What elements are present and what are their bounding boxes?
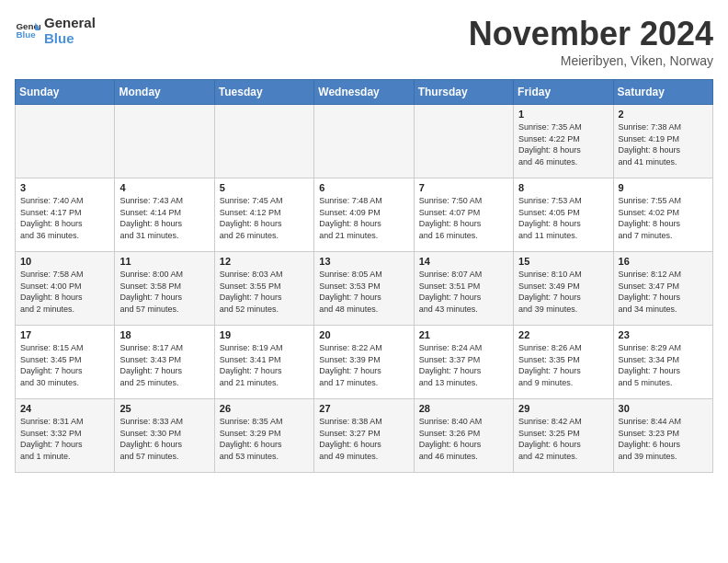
calendar-cell: 21Sunrise: 8:24 AMSunset: 3:37 PMDayligh… bbox=[414, 326, 513, 399]
day-info: Sunrise: 8:17 AMSunset: 3:43 PMDaylight:… bbox=[119, 342, 209, 388]
day-number: 14 bbox=[419, 256, 508, 267]
day-info: Sunrise: 8:22 AMSunset: 3:39 PMDaylight:… bbox=[319, 342, 408, 388]
day-info: Sunrise: 7:48 AMSunset: 4:09 PMDaylight:… bbox=[319, 195, 408, 241]
day-number: 25 bbox=[119, 403, 209, 414]
day-number: 9 bbox=[619, 182, 708, 193]
calendar-cell: 9Sunrise: 7:55 AMSunset: 4:02 PMDaylight… bbox=[613, 178, 712, 252]
day-info: Sunrise: 8:38 AMSunset: 3:27 PMDaylight:… bbox=[319, 416, 408, 462]
calendar-week-row: 17Sunrise: 8:15 AMSunset: 3:45 PMDayligh… bbox=[16, 326, 713, 399]
calendar-cell: 19Sunrise: 8:19 AMSunset: 3:41 PMDayligh… bbox=[214, 326, 313, 399]
calendar-cell: 29Sunrise: 8:42 AMSunset: 3:25 PMDayligh… bbox=[514, 399, 613, 473]
day-info: Sunrise: 8:31 AMSunset: 3:32 PMDaylight:… bbox=[20, 416, 109, 462]
day-info: Sunrise: 7:35 AMSunset: 4:22 PMDaylight:… bbox=[518, 121, 608, 167]
calendar-cell bbox=[414, 105, 513, 178]
weekday-saturday: Saturday bbox=[613, 80, 712, 105]
logo-line2: Blue bbox=[44, 30, 96, 46]
day-info: Sunrise: 8:12 AMSunset: 3:47 PMDaylight:… bbox=[619, 269, 708, 315]
day-number: 17 bbox=[20, 329, 109, 340]
day-number: 4 bbox=[119, 182, 209, 193]
weekday-wednesday: Wednesday bbox=[314, 80, 414, 105]
day-number: 27 bbox=[319, 403, 408, 414]
day-number: 18 bbox=[119, 329, 209, 340]
calendar-cell bbox=[314, 105, 414, 178]
logo: General Blue General Blue bbox=[15, 15, 96, 46]
day-number: 7 bbox=[419, 182, 508, 193]
day-info: Sunrise: 8:40 AMSunset: 3:26 PMDaylight:… bbox=[419, 416, 508, 462]
day-info: Sunrise: 8:00 AMSunset: 3:58 PMDaylight:… bbox=[119, 269, 209, 315]
calendar-week-row: 3Sunrise: 7:40 AMSunset: 4:17 PMDaylight… bbox=[16, 178, 713, 252]
day-info: Sunrise: 8:03 AMSunset: 3:55 PMDaylight:… bbox=[220, 269, 309, 315]
calendar-cell bbox=[115, 105, 214, 178]
day-info: Sunrise: 8:19 AMSunset: 3:41 PMDaylight:… bbox=[220, 342, 309, 388]
calendar-cell: 20Sunrise: 8:22 AMSunset: 3:39 PMDayligh… bbox=[314, 326, 414, 399]
day-info: Sunrise: 8:44 AMSunset: 3:23 PMDaylight:… bbox=[619, 416, 708, 462]
day-number: 2 bbox=[619, 109, 708, 120]
calendar-cell: 3Sunrise: 7:40 AMSunset: 4:17 PMDaylight… bbox=[16, 178, 115, 252]
day-number: 8 bbox=[518, 182, 608, 193]
logo-icon: General Blue bbox=[15, 17, 40, 43]
calendar-cell: 28Sunrise: 8:40 AMSunset: 3:26 PMDayligh… bbox=[414, 399, 513, 473]
day-number: 24 bbox=[20, 403, 109, 414]
calendar-week-row: 24Sunrise: 8:31 AMSunset: 3:32 PMDayligh… bbox=[16, 399, 713, 473]
day-info: Sunrise: 8:33 AMSunset: 3:30 PMDaylight:… bbox=[119, 416, 209, 462]
calendar-cell: 2Sunrise: 7:38 AMSunset: 4:19 PMDaylight… bbox=[613, 105, 712, 178]
day-number: 10 bbox=[20, 256, 109, 267]
day-info: Sunrise: 8:10 AMSunset: 3:49 PMDaylight:… bbox=[518, 269, 608, 315]
calendar-cell: 1Sunrise: 7:35 AMSunset: 4:22 PMDaylight… bbox=[514, 105, 613, 178]
day-number: 6 bbox=[319, 182, 408, 193]
day-info: Sunrise: 7:53 AMSunset: 4:05 PMDaylight:… bbox=[518, 195, 608, 241]
day-info: Sunrise: 8:35 AMSunset: 3:29 PMDaylight:… bbox=[220, 416, 309, 462]
svg-text:Blue: Blue bbox=[16, 29, 36, 40]
page-header: General Blue General Blue November 2024 … bbox=[15, 15, 713, 68]
day-info: Sunrise: 8:15 AMSunset: 3:45 PMDaylight:… bbox=[20, 342, 109, 388]
weekday-monday: Monday bbox=[115, 80, 214, 105]
weekday-tuesday: Tuesday bbox=[214, 80, 313, 105]
calendar-cell: 16Sunrise: 8:12 AMSunset: 3:47 PMDayligh… bbox=[613, 252, 712, 326]
day-info: Sunrise: 8:05 AMSunset: 3:53 PMDaylight:… bbox=[319, 269, 408, 315]
day-number: 11 bbox=[119, 256, 209, 267]
location: Meieribyen, Viken, Norway bbox=[469, 53, 713, 68]
day-number: 5 bbox=[220, 182, 309, 193]
day-number: 23 bbox=[619, 329, 708, 340]
calendar-cell: 23Sunrise: 8:29 AMSunset: 3:34 PMDayligh… bbox=[613, 326, 712, 399]
calendar-week-row: 1Sunrise: 7:35 AMSunset: 4:22 PMDaylight… bbox=[16, 105, 713, 178]
calendar-cell: 26Sunrise: 8:35 AMSunset: 3:29 PMDayligh… bbox=[214, 399, 313, 473]
calendar-header: SundayMondayTuesdayWednesdayThursdayFrid… bbox=[16, 80, 713, 105]
day-number: 21 bbox=[419, 329, 508, 340]
calendar-week-row: 10Sunrise: 7:58 AMSunset: 4:00 PMDayligh… bbox=[16, 252, 713, 326]
day-number: 3 bbox=[20, 182, 109, 193]
calendar-cell bbox=[214, 105, 313, 178]
day-number: 19 bbox=[220, 329, 309, 340]
day-info: Sunrise: 8:42 AMSunset: 3:25 PMDaylight:… bbox=[518, 416, 608, 462]
day-info: Sunrise: 7:45 AMSunset: 4:12 PMDaylight:… bbox=[220, 195, 309, 241]
calendar-cell: 27Sunrise: 8:38 AMSunset: 3:27 PMDayligh… bbox=[314, 399, 414, 473]
day-number: 1 bbox=[518, 109, 608, 120]
weekday-sunday: Sunday bbox=[16, 80, 115, 105]
weekday-friday: Friday bbox=[514, 80, 613, 105]
calendar-cell: 15Sunrise: 8:10 AMSunset: 3:49 PMDayligh… bbox=[514, 252, 613, 326]
calendar-cell: 22Sunrise: 8:26 AMSunset: 3:35 PMDayligh… bbox=[514, 326, 613, 399]
day-info: Sunrise: 8:24 AMSunset: 3:37 PMDaylight:… bbox=[419, 342, 508, 388]
calendar-cell: 24Sunrise: 8:31 AMSunset: 3:32 PMDayligh… bbox=[16, 399, 115, 473]
weekday-thursday: Thursday bbox=[414, 80, 513, 105]
calendar-cell: 8Sunrise: 7:53 AMSunset: 4:05 PMDaylight… bbox=[514, 178, 613, 252]
day-info: Sunrise: 7:58 AMSunset: 4:00 PMDaylight:… bbox=[20, 269, 109, 315]
calendar-cell: 7Sunrise: 7:50 AMSunset: 4:07 PMDaylight… bbox=[414, 178, 513, 252]
day-info: Sunrise: 8:29 AMSunset: 3:34 PMDaylight:… bbox=[619, 342, 708, 388]
day-number: 12 bbox=[220, 256, 309, 267]
calendar-cell bbox=[16, 105, 115, 178]
day-number: 16 bbox=[619, 256, 708, 267]
day-number: 28 bbox=[419, 403, 508, 414]
day-number: 22 bbox=[518, 329, 608, 340]
day-info: Sunrise: 8:26 AMSunset: 3:35 PMDaylight:… bbox=[518, 342, 608, 388]
logo-line1: General bbox=[44, 15, 96, 30]
day-info: Sunrise: 8:07 AMSunset: 3:51 PMDaylight:… bbox=[419, 269, 508, 315]
day-info: Sunrise: 7:55 AMSunset: 4:02 PMDaylight:… bbox=[619, 195, 708, 241]
day-number: 20 bbox=[319, 329, 408, 340]
day-info: Sunrise: 7:38 AMSunset: 4:19 PMDaylight:… bbox=[619, 121, 708, 167]
calendar-body: 1Sunrise: 7:35 AMSunset: 4:22 PMDaylight… bbox=[16, 105, 713, 473]
day-info: Sunrise: 7:43 AMSunset: 4:14 PMDaylight:… bbox=[119, 195, 209, 241]
month-title: November 2024 bbox=[469, 15, 713, 53]
day-number: 13 bbox=[319, 256, 408, 267]
calendar-cell: 13Sunrise: 8:05 AMSunset: 3:53 PMDayligh… bbox=[314, 252, 414, 326]
